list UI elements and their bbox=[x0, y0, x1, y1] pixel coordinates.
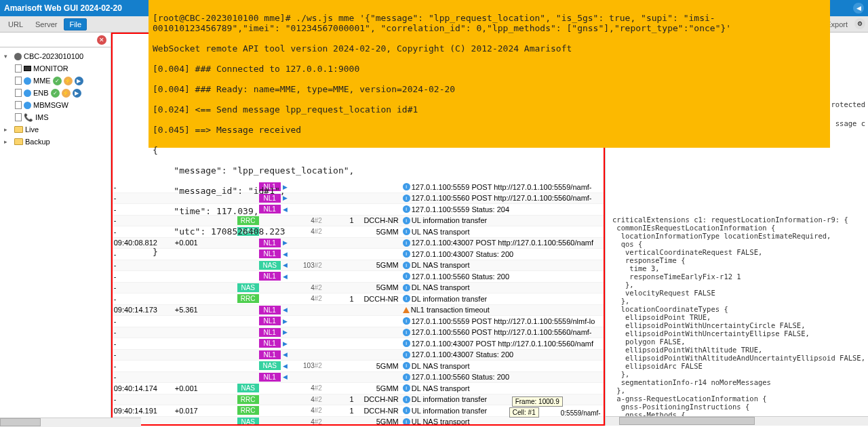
status-play-icon: ▶ bbox=[75, 77, 83, 85]
trace-row[interactable]: -NL1◀i127.0.1.100:43007 Status: 200 bbox=[113, 350, 604, 361]
tooltip-frame: Frame: 1000.9 bbox=[512, 396, 563, 407]
term-line: "message": "lpp_request_location", bbox=[153, 165, 826, 176]
tree-label: IMS bbox=[35, 113, 49, 121]
node-icon bbox=[24, 89, 31, 97]
status-ok-icon: ✓ bbox=[53, 77, 62, 85]
monitor-icon bbox=[24, 66, 31, 71]
trace-info: DL NAS transport bbox=[412, 384, 470, 392]
info-icon: i bbox=[403, 384, 410, 392]
trace-row[interactable]: -NL1▶i127.0.1.100:43007 POST http://127.… bbox=[113, 338, 604, 350]
folder-icon bbox=[14, 138, 23, 145]
info-icon: i bbox=[403, 329, 410, 336]
tree-ims[interactable]: 📞 IMS bbox=[0, 111, 111, 123]
chevron-down-icon: ▾ bbox=[4, 53, 12, 60]
info-icon: i bbox=[403, 362, 410, 369]
term-line: "utc": 1708526408.223 bbox=[153, 226, 826, 237]
trace-info: 127.0.1.100:43007 POST http://127.0.1.10… bbox=[412, 340, 593, 348]
folder-icon bbox=[14, 126, 23, 133]
tree-root-label: CBC-2023010100 bbox=[24, 52, 83, 60]
server-button[interactable]: Server bbox=[30, 18, 62, 30]
tree-label: Live bbox=[25, 125, 39, 134]
tree-live[interactable]: ▸ Live bbox=[0, 123, 111, 136]
trace-info: UL NAS transport bbox=[412, 418, 470, 426]
tree-mme[interactable]: MME ✓ ⚡ ▶ bbox=[0, 75, 111, 87]
file-icon bbox=[15, 77, 22, 85]
tree-mbmsgw[interactable]: MBMSGW bbox=[0, 99, 111, 111]
info-icon: i bbox=[403, 272, 410, 280]
tree-monitor[interactable]: MONITOR bbox=[0, 62, 111, 75]
sidebar: ✕ ▾ CBC-2023010100 MONITOR MME ✓ ⚡ ▶ bbox=[0, 33, 111, 426]
tree-label: MONITOR bbox=[33, 64, 68, 73]
term-line: [0.045] ==> Message received bbox=[153, 125, 826, 135]
info-icon: i bbox=[403, 351, 410, 359]
term-line: WebSocket remote API tool version 2024-0… bbox=[153, 43, 826, 54]
trace-info: 127.0.1.100:5560 Status: 200 bbox=[412, 373, 509, 381]
info-icon: i bbox=[403, 295, 410, 302]
app-title: Amarisoft Web GUI 2024-02-20 bbox=[4, 3, 122, 13]
clear-filter-icon[interactable]: ✕ bbox=[97, 35, 106, 45]
trace-row[interactable]: -NL1▶i127.0.1.100:5559 POST http://127.0… bbox=[113, 316, 604, 327]
phone-icon: 📞 bbox=[24, 113, 33, 122]
status-play-icon: ▶ bbox=[73, 89, 81, 98]
tree-label: Backup bbox=[25, 138, 50, 146]
trace-info: 127.0.1.100:5560 Status: 200 bbox=[412, 272, 509, 281]
tree-label: MBMSGW bbox=[33, 101, 68, 109]
h-scrollbar-left[interactable] bbox=[0, 418, 141, 427]
term-line: [0.004] ### Ready: name=MME, type=MME, v… bbox=[153, 84, 826, 94]
trace-row[interactable]: -NL1▶i127.0.1.100:5560 POST http://127.0… bbox=[113, 327, 604, 339]
truncated-text: ssage c bbox=[835, 119, 865, 127]
info-icon: i bbox=[403, 396, 410, 403]
trace-row[interactable]: 09:40:14.173+5.361NL1◀NL1 transaction ti… bbox=[113, 305, 604, 317]
trace-info: DL NAS transport bbox=[412, 362, 470, 370]
trace-row[interactable]: -NL1◀i127.0.1.100:5560 Status: 200 bbox=[113, 271, 604, 283]
trace-info: DL information transfer bbox=[412, 295, 487, 303]
node-icon bbox=[24, 77, 31, 85]
trace-info: DL information transfer bbox=[412, 395, 487, 403]
trace-row[interactable]: 09:40:14.174+0.001NAS4#25GMMiDL NAS tran… bbox=[113, 383, 604, 394]
trace-info: UL information transfer bbox=[412, 407, 487, 415]
info-icon: i bbox=[403, 418, 410, 426]
file-icon bbox=[15, 101, 22, 109]
trace-info: 127.0.1.100:5560 POST http://127.0.1.100… bbox=[412, 328, 592, 336]
trace-row[interactable]: -RRC4#21DCCH-NRiDL information transfer bbox=[113, 293, 604, 305]
info-icon: i bbox=[403, 407, 410, 414]
tooltip-tail: 0:5559/namf- bbox=[558, 409, 604, 418]
settings-icon[interactable]: ⚙ bbox=[854, 18, 865, 29]
term-line: { bbox=[153, 145, 826, 155]
chevron-right-icon: ▸ bbox=[4, 138, 12, 145]
file-icon bbox=[15, 89, 22, 97]
trace-info: DL NAS transport bbox=[412, 283, 470, 291]
status-warn-icon: ⚡ bbox=[62, 89, 71, 98]
tree-root[interactable]: ▾ CBC-2023010100 bbox=[0, 50, 111, 62]
info-icon: i bbox=[403, 373, 410, 381]
term-line: [0.004] ### Connected to 127.0.0.1:9000 bbox=[153, 64, 826, 74]
tree-label: MME bbox=[33, 77, 51, 85]
term-line: } bbox=[153, 247, 826, 257]
file-icon bbox=[15, 113, 22, 121]
status-warn-icon: ⚡ bbox=[64, 77, 73, 85]
trace-row[interactable]: -NAS4#25GMMiDL NAS transport bbox=[113, 283, 604, 294]
tree-label: ENB bbox=[33, 89, 49, 97]
trace-row[interactable]: -NL1◀i127.0.1.100:5560 Status: 200 bbox=[113, 372, 604, 384]
term-line: [root@CBC-2023010100 mme]# ./ws.js mme '… bbox=[153, 13, 826, 33]
info-icon: i bbox=[403, 340, 410, 347]
tree-backup[interactable]: ▸ Backup bbox=[0, 136, 111, 148]
trace-row[interactable]: -NAS4#25GMMiUL NAS transport bbox=[113, 417, 604, 426]
terminal-overlay: [root@CBC-2023010100 mme]# ./ws.js mme '… bbox=[149, 0, 830, 148]
device-tree: ▾ CBC-2023010100 MONITOR MME ✓ ⚡ ▶ ENB bbox=[0, 47, 111, 150]
trace-info: 127.0.1.100:5559 POST http://127.0.1.100… bbox=[412, 317, 595, 325]
h-scrollbar[interactable] bbox=[606, 416, 868, 426]
node-icon bbox=[24, 102, 31, 109]
info-icon: i bbox=[403, 317, 410, 325]
url-button[interactable]: URL bbox=[3, 18, 28, 30]
info-icon: i bbox=[403, 284, 410, 291]
tree-enb[interactable]: ENB ✓ ⚡ ▶ bbox=[0, 87, 111, 99]
file-icon bbox=[15, 64, 22, 73]
collapse-icon[interactable]: ◀ bbox=[853, 3, 864, 14]
trace-info: NL1 transaction timeout bbox=[411, 306, 490, 314]
file-button[interactable]: File bbox=[64, 18, 87, 30]
trace-info: 127.0.1.100:43007 Status: 200 bbox=[412, 350, 513, 359]
term-line: "time": 117.039, bbox=[153, 206, 826, 216]
trace-row[interactable]: -NAS◀103#25GMMiDL NAS transport bbox=[113, 361, 604, 372]
status-ok-icon: ✓ bbox=[51, 89, 60, 98]
